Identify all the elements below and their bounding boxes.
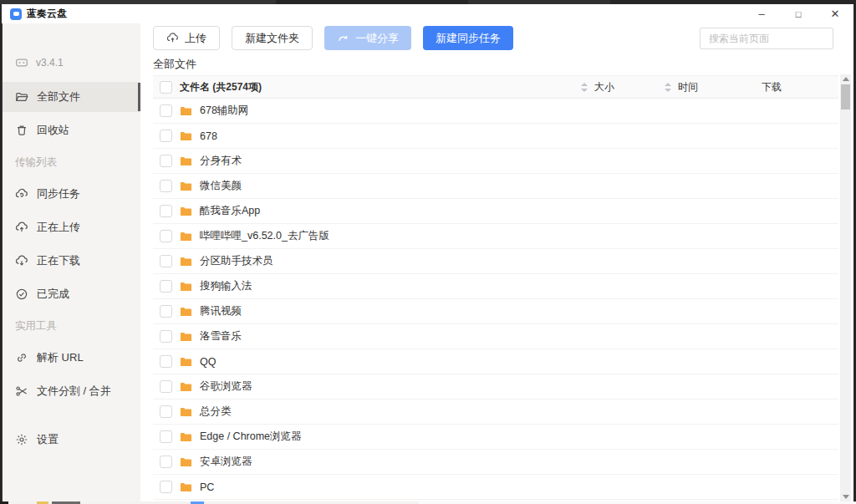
sidebar-item-label: 解析 URL: [37, 350, 84, 365]
row-checkbox[interactable]: [160, 305, 172, 318]
table-row[interactable]: 酷我音乐App: [153, 199, 838, 224]
sort-name-icon[interactable]: [581, 83, 588, 92]
row-checkbox[interactable]: [160, 180, 172, 192]
file-list: 678辅助网 678: [153, 99, 838, 501]
sidebar-item-all-files[interactable]: 全部文件: [3, 82, 140, 112]
scroll-down-icon[interactable]: [843, 495, 849, 499]
folder-icon: [180, 481, 192, 493]
folder-icon: [180, 306, 192, 318]
folder-icon: [15, 90, 28, 104]
row-checkbox[interactable]: [160, 205, 172, 217]
table-row[interactable]: Edge / Chrome浏览器: [153, 425, 838, 450]
toolbar: 上传 新建文件夹 一键分享 新建同步任务: [153, 26, 838, 50]
app-window: 蓝奏云盘 – □ ✕ v3.4.1 全部文件: [2, 4, 853, 501]
sidebar-item-uploading[interactable]: 正在上传: [3, 212, 140, 242]
file-name: 总分类: [200, 405, 232, 419]
table-row[interactable]: 分身有术: [153, 149, 838, 174]
column-header-time: 时间: [678, 80, 698, 94]
table-row[interactable]: 搜狗输入法: [153, 274, 838, 299]
folder-icon: [180, 231, 192, 242]
select-all-checkbox[interactable]: [160, 81, 172, 94]
folder-icon: [180, 281, 192, 293]
sidebar-item-label: 正在上传: [37, 220, 80, 235]
upload-cloud-icon: [166, 32, 179, 44]
minimize-button[interactable]: –: [743, 4, 780, 23]
check-circle-icon: [15, 288, 28, 301]
file-name: 腾讯视频: [200, 304, 242, 318]
app-logo-icon: [10, 8, 22, 20]
trash-icon: [15, 124, 28, 137]
folder-icon: [180, 130, 192, 142]
new-sync-task-button[interactable]: 新建同步任务: [423, 26, 513, 50]
folder-icon: [180, 331, 192, 343]
file-name: Edge / Chrome浏览器: [200, 430, 302, 444]
row-checkbox[interactable]: [160, 255, 172, 267]
column-header-size: 大小: [594, 80, 614, 94]
row-checkbox[interactable]: [160, 330, 172, 343]
row-checkbox[interactable]: [160, 230, 172, 242]
sidebar-item-completed[interactable]: 已完成: [3, 279, 140, 309]
table-row[interactable]: 谷歌浏览器: [153, 374, 838, 400]
table-row[interactable]: QQ: [153, 349, 838, 374]
table-row[interactable]: 分区助手技术员: [153, 249, 838, 274]
row-checkbox[interactable]: [160, 130, 172, 142]
scroll-up-icon[interactable]: [843, 77, 849, 81]
column-header-download: 下载: [762, 81, 782, 93]
table-row[interactable]: 安卓浏览器: [153, 450, 838, 475]
sidebar-item-sync-tasks[interactable]: 同步任务: [3, 179, 140, 209]
file-name: 678: [200, 130, 217, 142]
one-click-share-label: 一键分享: [355, 31, 399, 46]
sidebar-item-label: 已完成: [37, 287, 69, 302]
close-button[interactable]: ✕: [817, 4, 853, 23]
file-name: 安卓浏览器: [200, 455, 252, 469]
new-folder-button-label: 新建文件夹: [245, 31, 299, 46]
new-folder-button[interactable]: 新建文件夹: [232, 26, 313, 50]
table-row[interactable]: 678辅助网: [153, 99, 838, 124]
table-row[interactable]: 腾讯视频: [153, 299, 838, 324]
search-input[interactable]: [701, 28, 833, 48]
file-name: 分区助手技术员: [200, 254, 273, 268]
row-checkbox[interactable]: [160, 380, 172, 393]
gear-icon: [15, 433, 28, 446]
table-row[interactable]: 洛雪音乐: [153, 324, 838, 349]
table-scrollbar[interactable]: [840, 74, 851, 501]
sidebar-item-label: 全部文件: [37, 89, 80, 104]
file-name: PC: [200, 481, 214, 493]
row-checkbox[interactable]: [160, 104, 172, 117]
file-name: 哔哩哔哩_v6.52.0_去广告版: [200, 229, 329, 243]
scrollbar-thumb[interactable]: [841, 84, 850, 109]
one-click-share-button[interactable]: 一键分享: [324, 26, 411, 50]
upload-button[interactable]: 上传: [153, 26, 220, 50]
row-checkbox[interactable]: [160, 355, 172, 368]
row-checkbox[interactable]: [160, 280, 172, 293]
table-row[interactable]: 678: [153, 124, 838, 149]
sidebar-item-parse-url[interactable]: 解析 URL: [3, 343, 140, 373]
folder-icon: [180, 206, 192, 217]
search-box: [700, 28, 833, 49]
sidebar-section-transfer-list: 传输列表: [3, 154, 140, 171]
row-checkbox[interactable]: [160, 430, 172, 443]
row-checkbox[interactable]: [160, 456, 172, 468]
cloud-sync-icon: [15, 187, 28, 201]
table-row[interactable]: PC: [153, 475, 838, 500]
row-checkbox[interactable]: [160, 481, 172, 493]
sidebar-item-recycle-bin[interactable]: 回收站: [3, 115, 140, 145]
folder-icon: [180, 155, 192, 167]
row-checkbox[interactable]: [160, 405, 172, 418]
file-name: 分身有术: [200, 154, 242, 168]
file-name: 微信美颜: [200, 179, 242, 193]
version-row: v3.4.1: [3, 53, 140, 72]
sort-size-icon[interactable]: [665, 83, 671, 92]
folder-icon: [180, 356, 192, 368]
row-checkbox[interactable]: [160, 155, 172, 167]
sidebar-item-downloading[interactable]: 正在下载: [3, 246, 140, 276]
folder-icon: [180, 256, 192, 267]
scissors-icon: [15, 384, 28, 398]
maximize-button[interactable]: □: [780, 4, 817, 23]
sidebar-item-file-split-merge[interactable]: 文件分割 / 合并: [3, 376, 140, 406]
version-label: v3.4.1: [36, 57, 64, 69]
sidebar-item-settings[interactable]: 设置: [3, 425, 140, 455]
table-row[interactable]: 总分类: [153, 400, 838, 425]
table-row[interactable]: 微信美颜: [153, 174, 838, 199]
table-row[interactable]: 哔哩哔哩_v6.52.0_去广告版: [153, 224, 838, 249]
